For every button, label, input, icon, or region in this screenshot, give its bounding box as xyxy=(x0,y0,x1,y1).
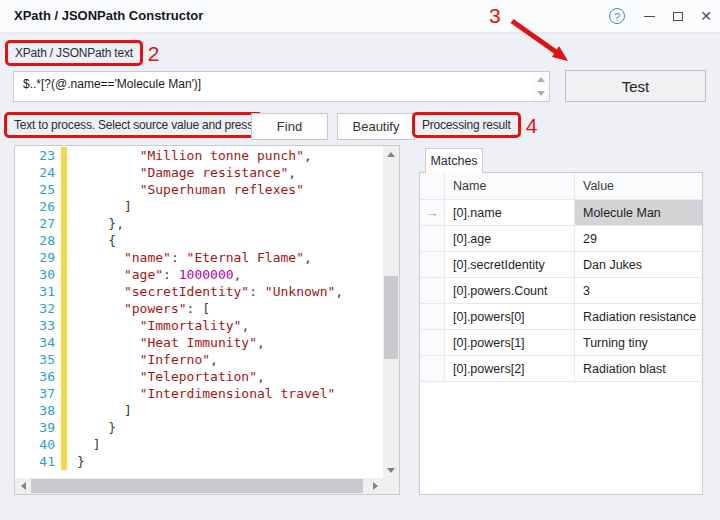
code-line: 35 "Inferno", xyxy=(15,351,383,368)
match-name-cell[interactable]: [0].age xyxy=(445,226,575,251)
match-name-cell[interactable]: [0].powers[2] xyxy=(445,356,575,381)
code-line: 38 ] xyxy=(15,402,383,419)
code-line: 24 "Damage resistance", xyxy=(15,164,383,181)
query-label: XPath / JSONPath text xyxy=(5,40,143,66)
code-line: 31 "secretIdentity": "Unknown", xyxy=(15,283,383,300)
jsonpath-input[interactable]: $..*[?(@.name=='Molecule Man')] xyxy=(13,71,550,102)
code-text: }, xyxy=(67,215,124,232)
row-indicator-cell xyxy=(420,356,445,381)
match-value-cell[interactable]: 29 xyxy=(575,226,702,251)
line-number: 41 xyxy=(15,453,61,470)
help-button[interactable]: ? xyxy=(607,7,627,25)
match-name-cell[interactable]: [0].secretIdentity xyxy=(445,252,575,277)
code-line: 32 "powers": [ xyxy=(15,300,383,317)
line-number: 23 xyxy=(15,147,61,164)
scroll-down-icon xyxy=(387,468,395,473)
code-text: "Interdimensional travel" xyxy=(67,385,335,402)
matches-table-row[interactable]: [0].powers[0]Radiation resistance xyxy=(420,304,702,330)
code-line: 39 } xyxy=(15,419,383,436)
matches-table-row[interactable]: [0].powers[2]Radiation blast xyxy=(420,356,702,382)
code-text: "Immortality", xyxy=(67,317,249,334)
match-value-cell[interactable]: Radiation blast xyxy=(575,356,702,381)
row-indicator-cell xyxy=(420,278,445,303)
matches-table-row[interactable]: →[0].nameMolecule Man xyxy=(420,200,702,226)
code-text: ] xyxy=(67,402,132,419)
matches-table-row[interactable]: [0].powers.Count3 xyxy=(420,278,702,304)
input-spinner xyxy=(532,72,549,101)
chevron-down-icon xyxy=(537,91,545,96)
code-text: "Million tonne punch", xyxy=(67,147,312,164)
scroll-right-button[interactable] xyxy=(367,478,383,494)
result-label-group: Processing result 4 xyxy=(412,112,537,138)
editor-vertical-scrollbar[interactable] xyxy=(383,146,399,478)
line-number: 25 xyxy=(15,181,61,198)
annotation-number-4: 4 xyxy=(526,115,538,136)
match-name-cell[interactable]: [0].powers[1] xyxy=(445,330,575,355)
matches-table-row[interactable]: [0].age29 xyxy=(420,226,702,252)
find-button[interactable]: Find xyxy=(251,113,328,140)
line-number: 32 xyxy=(15,300,61,317)
match-value-cell[interactable]: Turning tiny xyxy=(575,330,702,355)
maximize-button[interactable] xyxy=(668,7,688,25)
column-header-value[interactable]: Value xyxy=(575,173,702,199)
match-value-cell[interactable]: Dan Jukes xyxy=(575,252,702,277)
match-name-cell[interactable]: [0].name xyxy=(445,200,575,225)
line-number: 31 xyxy=(15,283,61,300)
match-value-cell[interactable]: 3 xyxy=(575,278,702,303)
spinner-up-button[interactable] xyxy=(532,72,549,87)
code-text: "Heat Immunity", xyxy=(67,334,265,351)
row-indicator-cell xyxy=(420,226,445,251)
annotation-number-3: 3 xyxy=(489,5,501,26)
test-button[interactable]: Test xyxy=(565,70,706,102)
matches-table-body: →[0].nameMolecule Man[0].age29[0].secret… xyxy=(420,200,702,382)
code-text: "age": 1000000, xyxy=(67,266,241,283)
line-number: 34 xyxy=(15,334,61,351)
code-line: 37 "Interdimensional travel" xyxy=(15,385,383,402)
editor-lines: 23 "Million tonne punch",24 "Damage resi… xyxy=(15,147,383,478)
help-icon: ? xyxy=(609,8,625,24)
scroll-down-button[interactable] xyxy=(383,462,399,478)
code-line: 25 "Superhuman reflexes" xyxy=(15,181,383,198)
vertical-scroll-thumb[interactable] xyxy=(384,276,398,359)
beautify-button[interactable]: Beautify xyxy=(337,113,415,140)
title-bar: XPath / JSONPath Constructor ? ✕ xyxy=(0,0,720,33)
match-value-cell[interactable]: Radiation resistance xyxy=(575,304,702,329)
line-number: 27 xyxy=(15,215,61,232)
spinner-down-button[interactable] xyxy=(532,87,549,102)
code-line: 29 "name": "Eternal Flame", xyxy=(15,249,383,266)
minimize-button[interactable] xyxy=(639,7,659,25)
matches-table-row[interactable]: [0].secretIdentityDan Jukes xyxy=(420,252,702,278)
scroll-up-button[interactable] xyxy=(383,146,399,162)
code-text: } xyxy=(67,419,116,436)
horizontal-scroll-thumb[interactable] xyxy=(31,479,363,493)
row-indicator-cell xyxy=(420,330,445,355)
column-header-name[interactable]: Name xyxy=(445,173,575,199)
matches-table-row[interactable]: [0].powers[1]Turning tiny xyxy=(420,330,702,356)
match-name-cell[interactable]: [0].powers[0] xyxy=(445,304,575,329)
editor-horizontal-scrollbar[interactable] xyxy=(15,478,383,494)
close-icon: ✕ xyxy=(700,9,712,23)
scrollbar-corner xyxy=(383,478,399,494)
scroll-up-icon xyxy=(387,152,395,157)
chevron-up-icon xyxy=(537,77,545,82)
code-text: } xyxy=(67,453,85,470)
code-line: 41} xyxy=(15,453,383,470)
scroll-left-button[interactable] xyxy=(15,478,31,494)
code-text: ] xyxy=(67,198,132,215)
row-indicator-cell: → xyxy=(420,200,445,225)
code-line: 28 { xyxy=(15,232,383,249)
tab-matches[interactable]: Matches xyxy=(425,148,483,173)
match-value-cell[interactable]: Molecule Man xyxy=(575,200,702,225)
matches-panel: Name Value →[0].nameMolecule Man[0].age2… xyxy=(419,172,703,495)
line-number: 29 xyxy=(15,249,61,266)
jsonpath-input-value: $..*[?(@.name=='Molecule Man')] xyxy=(23,77,201,91)
match-name-cell[interactable]: [0].powers.Count xyxy=(445,278,575,303)
line-number: 24 xyxy=(15,164,61,181)
source-text-editor[interactable]: 23 "Million tonne punch",24 "Damage resi… xyxy=(14,145,400,495)
code-text: ] xyxy=(67,436,100,453)
code-line: 27 }, xyxy=(15,215,383,232)
scroll-right-icon xyxy=(373,482,378,490)
source-label-group: Text to process. Select source value and… xyxy=(4,112,280,138)
row-indicator-cell xyxy=(420,304,445,329)
close-button[interactable]: ✕ xyxy=(696,7,716,25)
